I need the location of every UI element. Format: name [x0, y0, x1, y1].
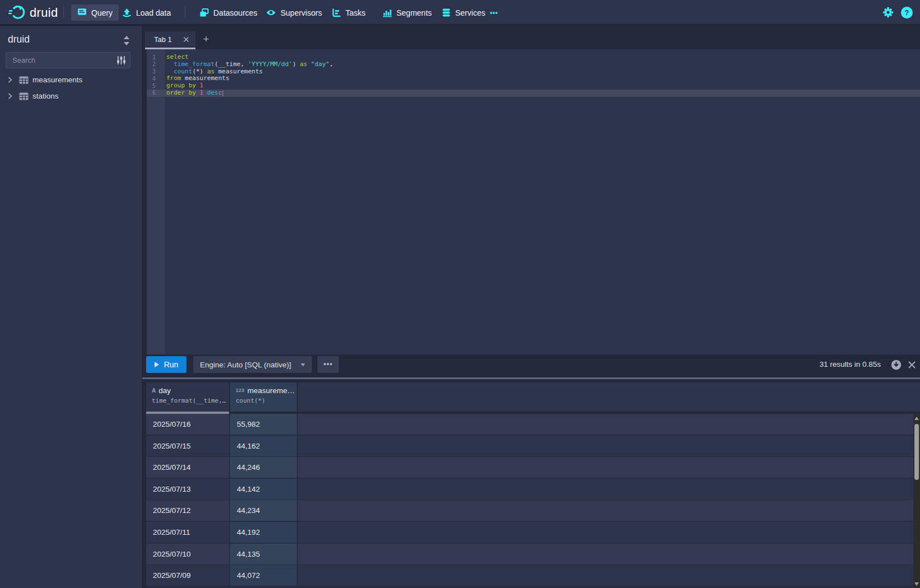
sql-code[interactable]: select time_format(__time, 'YYYY/MM/dd')… [166, 54, 333, 97]
table-row[interactable]: 2025/07/12 44,234 [146, 500, 913, 521]
database-icon [442, 8, 451, 17]
console-icon [77, 7, 87, 18]
engine-label: Engine: Auto [SQL (native)] [200, 361, 291, 369]
search-input[interactable]: Search [6, 52, 130, 68]
cell-empty [298, 522, 913, 543]
engine-select[interactable]: Engine: Auto [SQL (native)] [193, 356, 312, 373]
scroll-up-arrow-icon[interactable] [914, 417, 919, 420]
cell-count[interactable]: 44,162 [230, 436, 297, 456]
nav-item-supervisors[interactable]: Supervisors [266, 0, 322, 25]
cell-day[interactable]: 2025/07/09 [146, 565, 229, 586]
cell-day[interactable]: 2025/07/16 [146, 414, 229, 435]
code-line-6: order by 1 desc [166, 90, 333, 97]
help-icon[interactable]: ? [901, 7, 913, 18]
cell-count[interactable]: 44,142 [230, 479, 297, 500]
nav-more-button[interactable]: ••• [490, 0, 498, 25]
results-scrollbar[interactable] [913, 414, 920, 588]
nav-item-label: Load data [136, 8, 171, 17]
nav-item-segments[interactable]: Segments [382, 0, 432, 25]
cell-empty [298, 500, 913, 521]
brand-wordmark: druid [30, 0, 58, 25]
nav-divider [185, 6, 185, 18]
search-placeholder: Search [12, 53, 35, 68]
cell-day[interactable]: 2025/07/11 [146, 522, 229, 543]
cell-count[interactable]: 44,072 [230, 565, 297, 586]
cell-day[interactable]: 2025/07/13 [146, 479, 229, 500]
tree-item-stations[interactable]: stations [0, 88, 142, 104]
column-header-empty [298, 382, 920, 412]
cell-day[interactable]: 2025/07/10 [146, 544, 229, 564]
druid-logo-icon [8, 3, 27, 22]
query-more-button[interactable]: ••• [317, 356, 339, 373]
eye-icon [266, 9, 276, 16]
table-row[interactable]: 2025/07/14 44,246 [146, 457, 913, 478]
table-row[interactable]: 2025/07/11 44,192 [146, 522, 913, 543]
cell-empty [298, 479, 913, 500]
table-name: measurements [32, 76, 82, 84]
editor-cursor [222, 90, 223, 96]
new-tab-button[interactable]: + [200, 31, 212, 48]
cell-empty [298, 414, 913, 435]
gantt-icon [331, 8, 341, 17]
download-icon[interactable] [891, 360, 902, 370]
cell-empty [298, 544, 913, 564]
cell-day[interactable]: 2025/07/15 [146, 436, 229, 456]
results-close-icon[interactable] [908, 361, 916, 369]
cell-empty [298, 565, 913, 586]
bar-chart-icon [382, 8, 392, 17]
cell-day[interactable]: 2025/07/12 [146, 500, 229, 521]
column-name: day [158, 386, 171, 395]
results-status: 31 results in 0.85s [769, 356, 881, 373]
number-type-icon: 123 [236, 388, 245, 393]
table-name: stations [32, 92, 59, 100]
nav-item-services[interactable]: Services [442, 0, 485, 25]
sidebar: druid Search measurements stations [0, 26, 142, 588]
nav-item-label: Query [91, 8, 113, 17]
results-top-rule [142, 377, 920, 379]
cell-count[interactable]: 44,135 [230, 544, 297, 564]
table-row[interactable]: 2025/07/10 44,135 [146, 544, 913, 564]
table-row[interactable]: 2025/07/13 44,142 [146, 479, 913, 500]
nav-item-datasources[interactable]: Datasources [199, 0, 258, 25]
column-expression: count(*) [236, 397, 265, 404]
nav-item-tasks[interactable]: Tasks [331, 0, 366, 25]
cell-day[interactable]: 2025/07/14 [146, 457, 229, 478]
chevron-right-icon[interactable] [7, 93, 13, 99]
double-caret-icon[interactable] [123, 36, 130, 45]
tab-tab1[interactable]: Tab 1 [145, 31, 195, 48]
column-header-day[interactable]: Aday time_format(__time,… [146, 382, 229, 412]
table-icon [19, 76, 29, 84]
tab-close-icon[interactable] [183, 36, 189, 43]
column-expression: time_format(__time,… [152, 397, 226, 404]
cell-empty [298, 436, 913, 456]
editor-line-numbers: 1 2 3 4 5 6 [147, 54, 156, 97]
scroll-down-arrow-icon[interactable] [914, 582, 919, 586]
cell-count[interactable]: 44,234 [230, 500, 297, 521]
cell-count[interactable]: 55,982 [230, 414, 297, 435]
upload-icon [122, 8, 132, 17]
run-button[interactable]: Run [146, 356, 186, 373]
schema-title: druid [8, 34, 30, 45]
nav-item-query[interactable]: Query [71, 4, 119, 21]
filter-sliders-icon[interactable] [116, 55, 126, 65]
cell-count[interactable]: 44,192 [230, 522, 297, 543]
column-header-measurements[interactable]: 123measureme… count(*) [230, 382, 297, 412]
column-name: measureme… [247, 386, 295, 395]
play-icon [155, 362, 159, 367]
nav-item-label: Segments [396, 8, 432, 17]
nav-item-label: Tasks [345, 8, 366, 17]
cell-count[interactable]: 44,246 [230, 457, 297, 478]
table-row[interactable]: 2025/07/16 55,982 [146, 414, 913, 435]
tree-item-measurements[interactable]: measurements [0, 72, 142, 88]
table-row[interactable]: 2025/07/09 44,072 [146, 565, 913, 586]
chevron-right-icon[interactable] [7, 77, 13, 83]
gear-icon[interactable] [882, 6, 894, 19]
scrollbar-thumb[interactable] [914, 424, 919, 480]
nav-item-load-data[interactable]: Load data [122, 0, 171, 25]
nav-item-label: Datasources [213, 8, 258, 17]
string-type-icon: A [152, 388, 156, 394]
table-row[interactable]: 2025/07/15 44,162 [146, 436, 913, 456]
cell-empty [298, 457, 913, 478]
tab-label: Tab 1 [154, 31, 172, 48]
navbar: druid Query Load data Datasources Superv… [0, 0, 920, 25]
